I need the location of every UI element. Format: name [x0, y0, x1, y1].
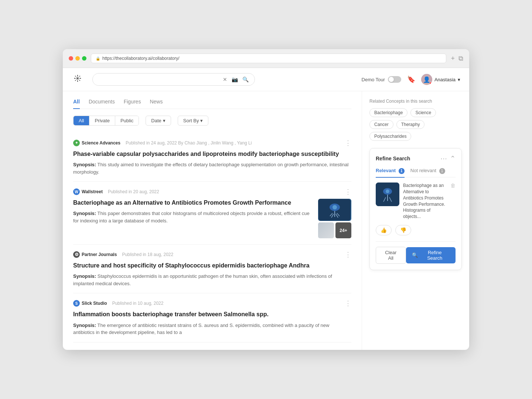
search-input[interactable]: Bacteriophage: [98, 76, 219, 82]
thumbs-up-button[interactable]: 👍: [376, 225, 392, 235]
refine-header: Refine Search ⋯ ⌃: [376, 154, 456, 163]
article-meta-2: W Wallstreet Published in 20 aug, 2022 ⋮: [73, 188, 351, 196]
svg-point-19: [424, 81, 430, 85]
add-tab-button[interactable]: +: [451, 55, 455, 62]
article-main-image-2[interactable]: [318, 199, 351, 221]
article-title-4[interactable]: Inflammation boosts bacteriophage transf…: [73, 310, 351, 318]
concept-tag-bacteriophage[interactable]: Bacteriophage: [369, 108, 407, 117]
content-area: All Documents Figures News All Private P…: [63, 91, 469, 350]
article-card-4: S Slick Studio Published in 10 aug, 2022…: [73, 293, 351, 342]
refine-panel-title: Refine Search: [376, 156, 440, 161]
camera-search-button[interactable]: 📷: [231, 76, 239, 83]
app-layout: Bacteriophage ✕ 📷 🔍 Demo Tour 🔖: [63, 68, 469, 350]
filter-row: All Private Public Date ▾ Sort By ▾: [73, 116, 351, 126]
clear-search-button[interactable]: ✕: [222, 76, 228, 83]
article-menu-2[interactable]: ⋮: [345, 188, 351, 196]
chevron-down-icon: ▾: [458, 77, 460, 82]
user-avatar[interactable]: Anastasia ▾: [421, 74, 460, 85]
article-meta-4: S Slick Studio Published in 10 aug, 2022…: [73, 299, 351, 307]
relevant-label: Relevant: [376, 168, 396, 173]
refine-delete-button[interactable]: 🗑: [450, 183, 456, 188]
maximize-button[interactable]: [82, 56, 86, 61]
thumbs-down-button[interactable]: 👎: [395, 225, 411, 235]
date-sort-label: Date: [151, 118, 161, 123]
article-meta-3: ⚙ Partner Journals Published in 18 aug, …: [73, 250, 351, 259]
logo-icon: [72, 72, 83, 84]
refine-item-1: Bacteriophage as an Alternative to Antib…: [376, 183, 456, 220]
source-icon-3: ⚙: [73, 251, 80, 258]
article-card-3: ⚙ Partner Journals Published in 18 aug, …: [73, 245, 351, 293]
article-image-row-2: 24+: [318, 222, 351, 238]
logo: [72, 72, 83, 86]
bookmark-icon[interactable]: 🔖: [407, 75, 415, 83]
filter-public-button[interactable]: Public: [115, 116, 139, 125]
refine-thumb-1: [376, 183, 399, 206]
top-bar: Bacteriophage ✕ 📷 🔍 Demo Tour 🔖: [63, 68, 469, 91]
tab-all[interactable]: All: [73, 99, 80, 109]
url-bar[interactable]: 🔒 https://thecollaboratory.ai/collaborat…: [91, 54, 446, 63]
tab-news[interactable]: News: [150, 99, 163, 109]
article-image-count-2[interactable]: 24+: [335, 222, 351, 238]
source-name-3: Partner Journals: [82, 252, 117, 257]
filter-private-button[interactable]: Private: [89, 116, 115, 125]
article-title-3[interactable]: Structure and host specificity of Staphy…: [73, 262, 351, 270]
top-bar-right: Demo Tour 🔖: [362, 74, 460, 85]
demo-tour-toggle[interactable]: Demo Tour: [362, 76, 401, 83]
article-menu-3[interactable]: ⋮: [345, 250, 351, 259]
main-content: All Documents Figures News All Private P…: [63, 91, 362, 350]
synopsis-text-1: This study aimed to investigate the effe…: [73, 162, 348, 175]
concept-tag-theraphy[interactable]: Theraphy: [396, 120, 425, 129]
concept-tag-polysaccharides[interactable]: Polysaccharides: [369, 132, 411, 141]
article-synopsis-2: Synopsis: This paper demonstrates that c…: [73, 210, 313, 224]
refine-tab-relevant[interactable]: Relevant 1: [376, 168, 405, 178]
tab-figures[interactable]: Figures: [124, 99, 141, 109]
refine-footer: Clear All 🔍 Refine Search: [376, 241, 456, 264]
not-relevant-badge: 1: [439, 168, 445, 174]
notification-dot: [429, 82, 432, 85]
concept-tag-science[interactable]: Science: [410, 108, 436, 117]
refine-collapse-button[interactable]: ⌃: [450, 154, 456, 163]
refine-tab-not-relevant[interactable]: Not relevant 1: [410, 168, 445, 178]
synopsis-text-4: The emergence of antibiotic resistant st…: [73, 323, 329, 335]
sort-by-button[interactable]: Sort By ▾: [178, 116, 209, 126]
article-text-2: Bacteriophage as an Alternative to Antib…: [73, 199, 313, 238]
tab-list-button[interactable]: ⧉: [458, 55, 463, 62]
article-title-1[interactable]: Phase-variable capsular polysaccharides …: [73, 150, 351, 158]
svg-line-14: [78, 76, 80, 78]
concept-tags: Bacteriophage Science Cancer Theraphy Po…: [369, 108, 462, 141]
avatar-image: [421, 74, 432, 85]
article-images-2: 24+: [318, 199, 351, 238]
browser-chrome: 🔒 https://thecollaboratory.ai/collaborat…: [63, 49, 469, 68]
related-concepts: Related Concepts in this search Bacterio…: [369, 99, 462, 141]
date-sort-button[interactable]: Date ▾: [146, 116, 171, 126]
not-relevant-label: Not relevant: [410, 168, 436, 173]
search-bar[interactable]: Bacteriophage ✕ 📷 🔍: [92, 73, 255, 86]
svg-line-15: [75, 78, 78, 81]
close-button[interactable]: [69, 56, 73, 61]
demo-tour-switch[interactable]: [388, 76, 401, 83]
concept-tag-cancer[interactable]: Cancer: [369, 120, 393, 129]
lock-icon: 🔒: [96, 57, 100, 61]
refine-vote: 👍 👎: [376, 225, 456, 235]
refine-search-button[interactable]: 🔍 Refine Search: [406, 247, 456, 263]
source-icon-2: W: [73, 188, 80, 195]
refine-item-text-1: Bacteriophage as an Alternative to Antib…: [403, 183, 447, 220]
article-meta-1: ✦ Science Advances Published in 24 aug, …: [73, 139, 351, 147]
source-badge-2: W Wallstreet: [73, 188, 103, 195]
thumbs-up-icon: 👍: [381, 227, 387, 233]
synopsis-label-3: Synopsis:: [73, 273, 96, 279]
article-menu-1[interactable]: ⋮: [345, 139, 351, 147]
search-button[interactable]: 🔍: [242, 76, 249, 83]
article-synopsis-4: Synopsis: The emergence of antibiotic re…: [73, 322, 351, 336]
minimize-button[interactable]: [75, 56, 80, 61]
article-card-1: ✦ Science Advances Published in 24 aug, …: [73, 133, 351, 182]
clear-all-button[interactable]: Clear All: [376, 247, 406, 264]
tab-documents[interactable]: Documents: [89, 99, 115, 109]
refine-more-button[interactable]: ⋯: [440, 154, 447, 163]
article-title-2[interactable]: Bacteriophage as an Alternative to Antib…: [73, 199, 313, 207]
svg-line-13: [75, 76, 78, 78]
article-menu-4[interactable]: ⋮: [345, 299, 351, 307]
article-thumb-image-2[interactable]: [318, 222, 334, 238]
filter-all-button[interactable]: All: [74, 116, 89, 125]
bacteriophage-image: [319, 199, 351, 221]
